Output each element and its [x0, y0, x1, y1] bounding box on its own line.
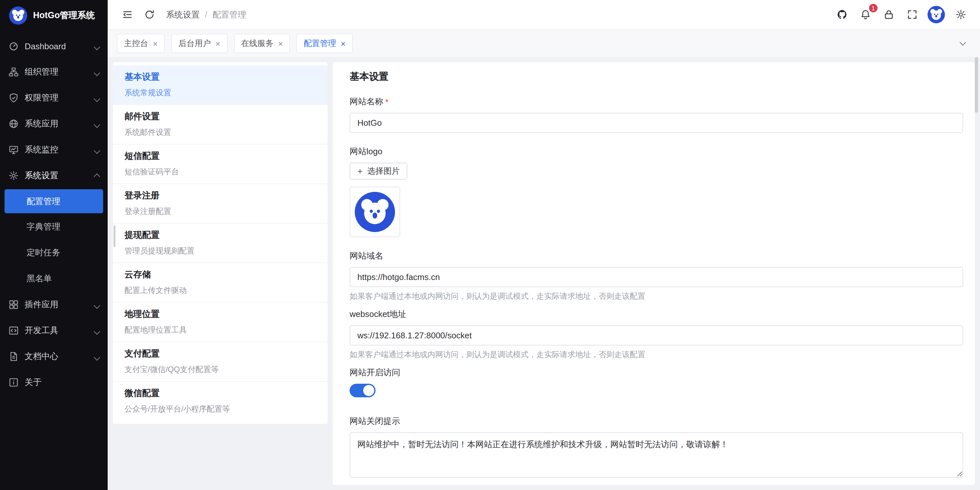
chevron-up-icon	[95, 171, 99, 181]
site-logo-label: 网站logo	[350, 146, 963, 157]
sidebar-subitem-dictionary[interactable]: 字典管理	[0, 214, 108, 240]
sidebar-item-label: 权限管理	[25, 92, 58, 104]
settings-nav-email[interactable]: 邮件设置 系统邮件设置	[113, 105, 328, 144]
sidebar-subitem-blacklist[interactable]: 黑名单	[0, 266, 108, 292]
choose-image-label: 选择图片	[367, 166, 399, 177]
system-settings-submenu: 配置管理 字典管理 定时任务 黑名单	[0, 189, 108, 292]
refresh-icon[interactable]	[139, 4, 159, 25]
sidebar-item-label: 系统设置	[25, 170, 58, 181]
chevron-down-icon	[95, 41, 99, 51]
sidebar-item-label: 系统应用	[25, 118, 58, 130]
sidebar-item-dev-tools[interactable]: 开发工具	[0, 317, 108, 344]
entry-title: 微信配置	[124, 388, 316, 399]
sidebar-item-dashboard[interactable]: Dashboard	[0, 33, 108, 59]
breadcrumb-section[interactable]: 系统设置	[166, 9, 200, 21]
sidebar-item-label: Dashboard	[25, 41, 66, 51]
user-avatar[interactable]	[928, 6, 945, 23]
site-access-label: 网站开启访问	[350, 367, 963, 379]
github-icon[interactable]	[832, 4, 852, 25]
sidebar-item-permissions[interactable]: 权限管理	[0, 85, 108, 111]
app-root: HotGo管理系统 Dashboard 组织管理 权限管理 系统应用	[0, 0, 980, 490]
entry-subtitle: 配置上传文件驱动	[124, 285, 316, 296]
entry-subtitle: 配置地理位置工具	[124, 325, 316, 336]
sidebar-subitem-cron-tasks[interactable]: 定时任务	[0, 240, 108, 266]
sidebar-item-monitoring[interactable]: 系统监控	[0, 137, 108, 163]
close-icon[interactable]: ×	[278, 39, 283, 48]
settings-nav-sms[interactable]: 短信配置 短信验证码平台	[113, 144, 328, 184]
page-scrollbar-thumb[interactable]	[975, 57, 978, 113]
entry-subtitle: 系统邮件设置	[124, 127, 316, 138]
sidebar-item-plugins[interactable]: 插件应用	[0, 292, 108, 317]
site-domain-input[interactable]	[350, 267, 963, 287]
chevron-down-icon	[95, 119, 99, 128]
tabs-dropdown-chevron-icon[interactable]	[954, 35, 971, 52]
choose-image-button[interactable]: + 选择图片	[350, 163, 407, 179]
entry-title: 基本设置	[124, 71, 316, 83]
sidebar-subitem-config-management[interactable]: 配置管理	[5, 189, 103, 213]
chevron-down-icon	[95, 300, 99, 309]
sidebar-item-label: 文档中心	[25, 350, 58, 362]
page-tabs-bar: 主控台 × 后台用户 × 在线服务 × 配置管理 ×	[108, 30, 980, 57]
site-logo-preview[interactable]	[350, 187, 400, 237]
sidebar-item-label: 关于	[25, 377, 41, 388]
required-mark: *	[385, 97, 388, 106]
sidebar-item-system-apps[interactable]: 系统应用	[0, 111, 108, 137]
fullscreen-icon[interactable]	[902, 4, 922, 25]
notifications-bell-icon[interactable]: 1	[855, 4, 876, 25]
tab-label: 主控台	[124, 38, 148, 49]
sidebar-item-label: 字典管理	[27, 221, 60, 233]
sidebar-item-label: 系统监控	[25, 144, 58, 155]
form-section-title: 基本设置	[350, 71, 963, 83]
hotgo-logo-icon	[9, 6, 27, 24]
close-icon[interactable]: ×	[153, 39, 158, 48]
settings-nav-geolocation[interactable]: 地理位置 配置地理位置工具	[113, 303, 328, 342]
sidebar-item-label: 插件应用	[25, 299, 58, 311]
settings-nav-wechat[interactable]: 微信配置 公众号/开放平台/小程序配置等	[113, 382, 328, 421]
sidebar-item-label: 配置管理	[27, 195, 60, 207]
sidebar: HotGo管理系统 Dashboard 组织管理 权限管理 系统应用	[0, 0, 108, 490]
entry-title: 云存储	[124, 269, 316, 281]
settings-gear-icon[interactable]	[950, 4, 971, 25]
websocket-label: websocket地址	[350, 309, 963, 320]
settings-nav-login-register[interactable]: 登录注册 登录注册配置	[113, 184, 328, 224]
lock-icon[interactable]	[878, 4, 899, 25]
close-tip-textarea[interactable]	[350, 432, 963, 478]
breadcrumb: 系统设置 / 配置管理	[166, 9, 246, 21]
sidebar-collapse-icon[interactable]	[117, 4, 137, 25]
content-area: 基本设置 系统常规设置 邮件设置 系统邮件设置 短信配置 短信验证码平台 登录注…	[108, 57, 980, 490]
close-icon[interactable]: ×	[341, 39, 346, 48]
site-access-toggle[interactable]	[350, 384, 375, 397]
chevron-down-icon	[95, 93, 99, 103]
app-logo[interactable]: HotGo管理系统	[0, 0, 108, 30]
tab-label: 在线服务	[241, 38, 274, 49]
info-icon	[8, 377, 19, 388]
globe-icon	[8, 119, 19, 129]
org-icon	[8, 67, 19, 77]
tab-dashboard[interactable]: 主控台 ×	[117, 34, 165, 53]
settings-scrollbar-thumb[interactable]	[113, 225, 115, 247]
tab-config-management[interactable]: 配置管理 ×	[297, 34, 353, 53]
settings-nav-payment[interactable]: 支付配置 支付宝/微信/QQ支付配置等	[113, 342, 328, 382]
sidebar-item-docs-center[interactable]: 文档中心	[0, 344, 108, 369]
websocket-input[interactable]	[350, 325, 963, 346]
close-icon[interactable]: ×	[215, 39, 220, 48]
sidebar-item-organization[interactable]: 组织管理	[0, 59, 108, 85]
entry-subtitle: 公众号/开放平台/小程序配置等	[124, 404, 316, 415]
sidebar-item-system-settings[interactable]: 系统设置	[0, 163, 108, 189]
settings-nav-basic[interactable]: 基本设置 系统常规设置	[113, 65, 328, 105]
sidebar-item-label: 定时任务	[27, 247, 60, 258]
chevron-down-icon	[95, 145, 99, 155]
site-name-input[interactable]	[350, 113, 963, 133]
tab-online-service[interactable]: 在线服务 ×	[234, 34, 290, 53]
settings-nav-withdrawal[interactable]: 提现配置 管理员提现规则配置	[113, 224, 328, 263]
sidebar-item-label: 组织管理	[25, 66, 58, 78]
site-domain-label: 网站域名	[350, 250, 963, 262]
entry-subtitle: 登录注册配置	[124, 206, 316, 217]
monitor-icon	[8, 144, 19, 155]
settings-nav-card: 基本设置 系统常规设置 邮件设置 系统邮件设置 短信配置 短信验证码平台 登录注…	[113, 62, 328, 424]
settings-nav-cloud-storage[interactable]: 云存储 配置上传文件驱动	[113, 263, 328, 303]
websocket-help: 如果客户端通过本地或内网访问，则认为是调试模式，走实际请求地址，否则走该配置	[350, 349, 963, 360]
sidebar-item-about[interactable]: 关于	[0, 369, 108, 395]
tab-admin-users[interactable]: 后台用户 ×	[171, 34, 228, 53]
site-domain-help: 如果客户端通过本地或内网访问，则认为是调试模式，走实际请求地址，否则走该配置	[350, 291, 963, 302]
